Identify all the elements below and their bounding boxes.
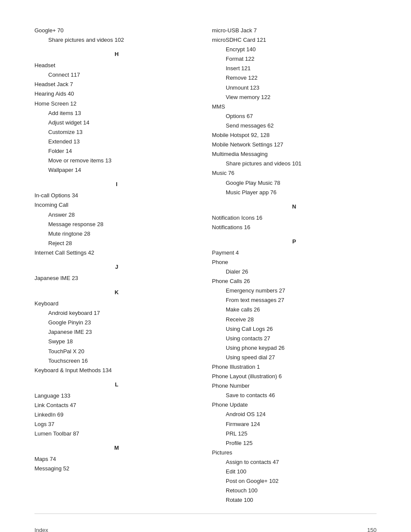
index-entry: Phone Layout (illustration) 6 (212, 372, 377, 381)
index-entry: Using Call Logs 26 (226, 324, 377, 334)
index-entry: Share pictures and videos 101 (226, 159, 377, 168)
index-entry: Message response 28 (48, 220, 199, 229)
index-entry: Assign to contacts 47 (226, 457, 377, 467)
index-entry: Phone Calls 26 (212, 277, 377, 286)
index-entry: Messaging 52 (34, 464, 199, 473)
index-entry: Music 76 (212, 168, 377, 178)
index-entry: Answer 28 (48, 210, 199, 220)
index-entry: Insert 121 (226, 64, 377, 73)
right-column: micro-USB Jack 7microSDHC Card 121Encryp… (212, 26, 377, 505)
footer: Index 150 (34, 513, 377, 532)
footer-page: 150 (367, 527, 377, 532)
index-entry: Phone (212, 258, 377, 267)
section-header-j: J (34, 264, 199, 270)
section-header-i: I (34, 181, 199, 187)
index-entry: Language 133 (34, 391, 199, 401)
index-entry: Swype 18 (48, 337, 199, 346)
index-entry: Unmount 123 (226, 83, 377, 93)
index-entry: Android keyboard 17 (48, 308, 199, 318)
index-entry: Notification Icons 16 (212, 213, 377, 223)
index-entry: Japanese IME 23 (48, 327, 199, 337)
index-entry: Headset Jack 7 (34, 80, 199, 89)
index-entry: LinkedIn 69 (34, 410, 199, 420)
index-entry: Touchscreen 16 (48, 356, 199, 366)
index-entry: Receive 28 (226, 315, 377, 324)
index-entry: Using contacts 27 (226, 334, 377, 343)
index-entry: Lumen Toolbar 87 (34, 429, 199, 439)
index-entry: Format 122 (226, 54, 377, 64)
index-entry: Send messages 62 (226, 121, 377, 131)
index-entry: Extended 13 (48, 137, 199, 146)
index-entry: Keyboard (34, 299, 199, 308)
index-entry: Internet Call Settings 42 (34, 248, 199, 258)
index-entry: Remove 122 (226, 73, 377, 83)
index-entry: Google Play Music 78 (226, 178, 377, 188)
index-entry: Notifications 16 (212, 223, 377, 232)
index-entry: Retouch 100 (226, 486, 377, 495)
index-entry: Mobile Hotspot 92, 128 (212, 131, 377, 140)
content-columns: Google+ 70Share pictures and videos 102H… (34, 26, 377, 505)
index-entry: Keyboard & Input Methods 134 (34, 366, 199, 375)
index-entry: Customize 13 (48, 128, 199, 137)
index-entry: Music Player app 76 (226, 188, 377, 197)
index-entry: From text messages 27 (226, 296, 377, 305)
index-entry: TouchPal X 20 (48, 347, 199, 356)
index-entry: Maps 74 (34, 454, 199, 464)
index-entry: Pictures (212, 448, 377, 457)
left-column: Google+ 70Share pictures and videos 102H… (34, 26, 212, 505)
index-entry: Multimedia Messaging (212, 149, 377, 159)
index-entry: Phone Number (212, 381, 377, 391)
index-entry: MMS (212, 102, 377, 112)
index-entry: Link Contacts 47 (34, 401, 199, 410)
section-header-p: P (212, 238, 377, 245)
index-entry: Google+ 70 (34, 26, 199, 35)
index-entry: Connect 117 (48, 70, 199, 80)
index-entry: Encrypt 140 (226, 45, 377, 54)
index-entry: Home Screen 12 (34, 99, 199, 109)
index-entry: Wallpaper 14 (48, 165, 199, 175)
index-entry: Phone Update (212, 400, 377, 410)
index-entry: In-call Options 34 (34, 191, 199, 200)
section-header-n: N (212, 203, 377, 210)
index-entry: Android OS 124 (226, 410, 377, 419)
section-header-m: M (34, 445, 199, 451)
index-entry: Move or remove items 13 (48, 156, 199, 165)
index-entry: Japanese IME 23 (34, 274, 199, 283)
section-header-k: K (34, 289, 199, 296)
index-entry: Add items 13 (48, 109, 199, 118)
index-entry: Save to contacts 46 (226, 391, 377, 400)
section-header-h: H (34, 51, 199, 57)
index-entry: PRL 125 (226, 429, 377, 439)
footer-label: Index (34, 527, 48, 532)
index-entry: Reject 28 (48, 239, 199, 248)
index-entry: Phone Illustration 1 (212, 362, 377, 372)
index-entry: Logs 37 (34, 420, 199, 429)
index-entry: Post on Google+ 102 (226, 476, 377, 486)
index-entry: Mobile Network Settings 127 (212, 140, 377, 149)
index-entry: Adjust widget 14 (48, 118, 199, 128)
index-entry: Hearing Aids 40 (34, 89, 199, 99)
index-entry: Payment 4 (212, 248, 377, 258)
index-entry: Share pictures and videos 102 (48, 35, 199, 45)
index-entry: Google Pinyin 23 (48, 318, 199, 327)
index-entry: Firmware 124 (226, 420, 377, 429)
index-entry: Using phone keypad 26 (226, 343, 377, 353)
index-entry: Profile 125 (226, 439, 377, 448)
index-entry: Incoming Call (34, 200, 199, 210)
index-entry: microSDHC Card 121 (212, 35, 377, 45)
index-entry: View memory 122 (226, 93, 377, 102)
index-entry: Headset (34, 61, 199, 70)
index-entry: Using speed dial 27 (226, 353, 377, 362)
index-entry: Emergency numbers 27 (226, 286, 377, 296)
index-entry: Dialer 26 (226, 267, 377, 277)
page: Google+ 70Share pictures and videos 102H… (0, 0, 411, 532)
index-entry: Mute ringtone 28 (48, 229, 199, 239)
section-header-l: L (34, 381, 199, 388)
index-entry: micro-USB Jack 7 (212, 26, 377, 35)
index-entry: Edit 100 (226, 467, 377, 476)
index-entry: Folder 14 (48, 146, 199, 156)
index-entry: Make calls 26 (226, 305, 377, 314)
index-entry: Rotate 100 (226, 495, 377, 505)
index-entry: Options 67 (226, 112, 377, 121)
